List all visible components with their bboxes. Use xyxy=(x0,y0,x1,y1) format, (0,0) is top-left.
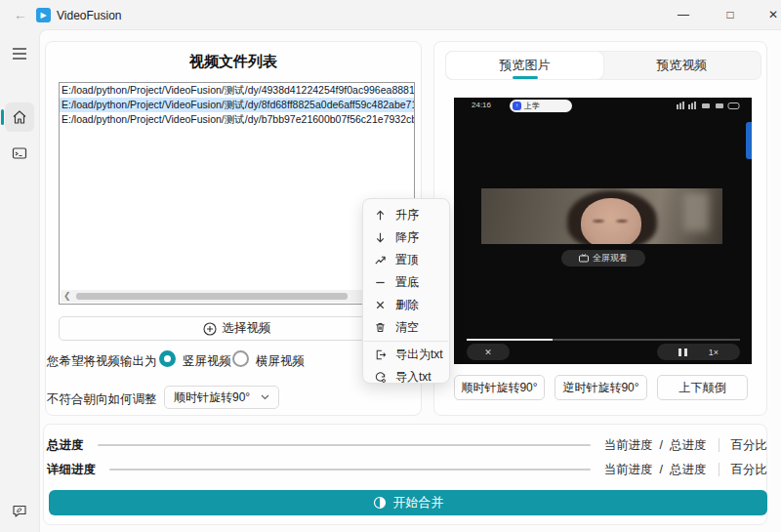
tab-preview-image[interactable]: 预览图片 xyxy=(446,52,603,79)
menu-item-label: 导入txt xyxy=(395,369,432,386)
app-window: ← ▶ VideoFusion — □ ✕ 视频文件列表 E:/load/pyt… xyxy=(0,0,781,532)
file-list-item[interactable]: E:/load/python/Project/VideoFusion/测试/dy… xyxy=(60,112,415,127)
active-tab-indicator xyxy=(513,76,538,79)
menu-item-move-to-bottom[interactable]: 置底 xyxy=(363,271,449,294)
menu-item-move-to-top[interactable]: 置顶 xyxy=(363,249,449,271)
flip-vertical-button[interactable]: 上下颠倒 xyxy=(657,375,748,400)
merge-icon xyxy=(373,496,387,510)
menu-item-label: 删除 xyxy=(395,297,419,313)
menu-item-import-txt[interactable]: 导入txt xyxy=(363,366,449,389)
move-to-top-icon xyxy=(374,254,387,266)
exit-fullscreen-button[interactable]: ✕ xyxy=(467,344,510,360)
video-frame xyxy=(481,188,722,244)
tab-label: 预览图片 xyxy=(500,57,551,74)
titlebar: ← ▶ VideoFusion — □ ✕ xyxy=(0,0,781,29)
horizontal-scrollbar[interactable]: ❮ xyxy=(61,290,413,303)
rotate-counterclockwise-button[interactable]: 逆时针旋转90° xyxy=(555,375,647,400)
delete-icon xyxy=(374,299,387,311)
radio-landscape-label[interactable]: 横屏视频 xyxy=(256,353,305,370)
pause-icon[interactable] xyxy=(678,348,687,356)
progress-separator: / xyxy=(660,463,663,476)
feedback-icon xyxy=(12,503,27,518)
sidebar-item-settings[interactable] xyxy=(5,525,34,532)
orientation-dropdown[interactable]: 顺时针旋转90° xyxy=(164,386,279,409)
sort-ascending-icon xyxy=(374,209,387,222)
divider xyxy=(719,438,719,452)
rotate-clockwise-button[interactable]: 顺时针旋转90° xyxy=(454,375,545,400)
active-indicator xyxy=(1,109,4,125)
orientation-question-label: 不符合朝向如何调整 xyxy=(47,391,157,408)
menu-item-delete[interactable]: 删除 xyxy=(363,294,449,316)
percent-text: 百分比 xyxy=(731,437,768,454)
detail-progress-row: 详细进度 当前进度 / 总进度 百分比 xyxy=(47,462,767,477)
radio-portrait-label[interactable]: 竖屏视频 xyxy=(183,353,231,370)
menu-item-clear[interactable]: 清空 xyxy=(363,316,449,339)
playback-controls[interactable]: 1× xyxy=(657,344,740,360)
radio-portrait-video[interactable] xyxy=(159,350,176,367)
menu-item-label: 置底 xyxy=(395,274,419,291)
person-eye xyxy=(593,220,604,223)
phone-status-icons xyxy=(677,102,741,110)
close-button[interactable]: ✕ xyxy=(752,0,781,29)
file-list-item[interactable]: E:/load/python/Project/VideoFusion/测试/dy… xyxy=(60,83,415,98)
menu-item-export-txt[interactable]: 导出为txt xyxy=(363,344,449,366)
person-face xyxy=(581,198,641,244)
detail-progress-label: 详细进度 xyxy=(47,462,96,478)
move-to-bottom-icon xyxy=(374,276,387,289)
orientation-selected-value: 顺时针旋转90° xyxy=(174,389,250,406)
tab-preview-video[interactable]: 预览视频 xyxy=(603,52,760,79)
menu-item-label: 降序 xyxy=(395,229,419,246)
background-light xyxy=(683,192,709,231)
total-progress-text: 总进度 xyxy=(670,462,707,478)
menu-item-label: 升序 xyxy=(395,207,419,224)
tv-icon xyxy=(579,254,589,263)
select-video-label: 选择视频 xyxy=(223,320,271,337)
export-icon xyxy=(374,348,387,361)
menu-item-sort-descending[interactable]: 降序 xyxy=(363,226,449,249)
menu-item-label: 置顶 xyxy=(395,252,419,268)
menu-item-sort-ascending[interactable]: 升序 xyxy=(363,204,449,226)
total-progress-text: 总进度 xyxy=(670,437,707,454)
start-merge-label: 开始合并 xyxy=(393,494,444,512)
minimize-button[interactable]: — xyxy=(662,0,705,29)
video-progress-track[interactable] xyxy=(467,339,740,341)
sidebar-item-home[interactable] xyxy=(5,102,34,132)
detail-progress-bar xyxy=(109,469,591,471)
menu-toggle-button[interactable] xyxy=(5,39,34,68)
phone-status-badge: ↑ 上学 xyxy=(510,100,572,112)
radio-landscape-video[interactable] xyxy=(232,350,249,367)
progress-separator: / xyxy=(660,438,663,452)
sort-descending-icon xyxy=(374,231,387,244)
menu-separator xyxy=(364,341,448,342)
output-question-label: 您希望将视频输出为 xyxy=(47,353,157,370)
menu-item-label: 导出为txt xyxy=(395,347,443,363)
start-merge-button[interactable]: 开始合并 xyxy=(49,490,767,515)
back-button[interactable]: ← xyxy=(12,7,29,22)
video-progress-played xyxy=(467,339,553,341)
current-progress-text: 当前进度 xyxy=(604,437,653,454)
sidebar-item-command-tool[interactable] xyxy=(5,139,34,168)
command-window-icon xyxy=(12,145,27,161)
app-logo-icon: ▶ xyxy=(36,8,51,22)
sidebar-item-feedback[interactable] xyxy=(5,496,34,525)
divider xyxy=(719,463,719,476)
hamburger-icon xyxy=(12,48,27,60)
file-list-title: 视频文件列表 xyxy=(45,53,422,71)
playback-speed[interactable]: 1× xyxy=(709,348,719,357)
context-menu: 升序 降序 置顶 置底 删除 清空 导出为txt 导入txt xyxy=(362,198,450,384)
app-title: VideoFusion xyxy=(57,9,122,22)
scrollbar-thumb[interactable] xyxy=(76,293,348,300)
badge-text: 上学 xyxy=(524,101,540,111)
file-list-item-selected[interactable]: E:/load/python/Project/VideoFusion/测试/dy… xyxy=(60,98,415,112)
add-circle-icon xyxy=(203,322,217,336)
fullscreen-watch-label: 全屏观看 xyxy=(593,252,628,265)
tab-label: 预览视频 xyxy=(657,57,708,74)
total-progress-bar xyxy=(98,444,591,446)
fullscreen-watch-button[interactable]: 全屏观看 xyxy=(561,250,645,266)
clear-trash-icon xyxy=(374,321,387,334)
scroll-left-arrow-icon[interactable]: ❮ xyxy=(63,290,71,303)
maximize-button[interactable]: □ xyxy=(709,0,752,29)
preview-image[interactable]: 24:16 ↑ 上学 全屏观看 ✕ 1× xyxy=(454,98,752,364)
menu-item-label: 清空 xyxy=(395,319,419,336)
percent-text: 百分比 xyxy=(731,462,768,478)
